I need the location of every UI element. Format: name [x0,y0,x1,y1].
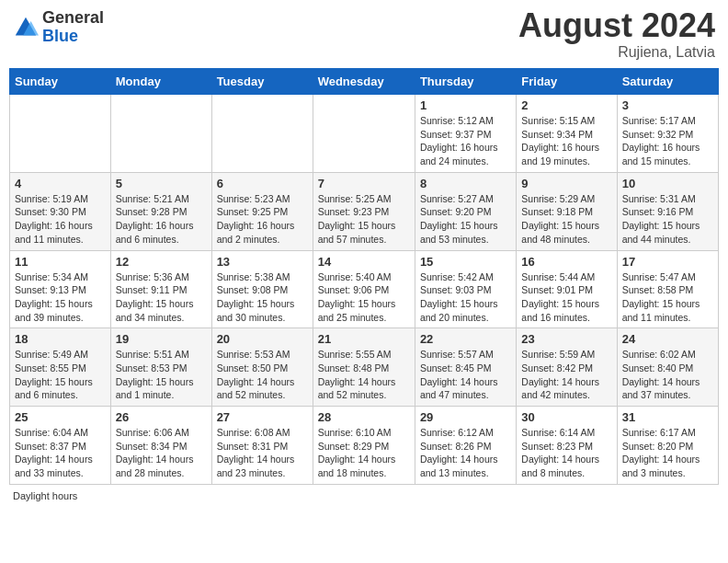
col-header-saturday: Saturday [617,69,718,95]
calendar-cell: 4Sunrise: 5:19 AM Sunset: 9:30 PM Daylig… [10,172,111,250]
day-number: 6 [217,177,308,190]
day-number: 20 [217,332,308,346]
day-number: 27 [217,410,308,424]
calendar-cell [211,95,313,173]
day-info: Sunrise: 6:14 AM Sunset: 8:23 PM Dayligh… [521,426,611,480]
calendar-cell: 22Sunrise: 5:57 AM Sunset: 8:45 PM Dayli… [415,328,516,407]
header-row: SundayMondayTuesdayWednesdayThursdayFrid… [10,69,719,95]
day-number: 19 [116,332,207,346]
calendar-cell: 12Sunrise: 5:36 AM Sunset: 9:11 PM Dayli… [110,250,211,328]
calendar-cell: 16Sunrise: 5:44 AM Sunset: 9:01 PM Dayli… [517,250,617,328]
day-number: 24 [622,332,713,346]
day-number: 2 [521,98,611,112]
day-number: 8 [420,177,511,190]
calendar-cell: 7Sunrise: 5:25 AM Sunset: 9:23 PM Daylig… [313,172,415,250]
day-number: 1 [420,98,511,112]
calendar-cell [110,95,211,173]
day-info: Sunrise: 5:36 AM Sunset: 9:11 PM Dayligh… [116,270,207,325]
day-number: 4 [15,177,106,190]
day-info: Sunrise: 6:06 AM Sunset: 8:34 PM Dayligh… [116,426,207,480]
day-number: 29 [420,410,511,424]
day-info: Sunrise: 5:40 AM Sunset: 9:06 PM Dayligh… [318,270,410,325]
day-number: 16 [521,255,611,269]
calendar-cell: 30Sunrise: 6:14 AM Sunset: 8:23 PM Dayli… [517,407,617,485]
day-number: 26 [116,410,207,424]
day-info: Sunrise: 5:27 AM Sunset: 9:20 PM Dayligh… [420,192,511,247]
day-number: 12 [116,255,207,269]
calendar-cell: 2Sunrise: 5:15 AM Sunset: 9:34 PM Daylig… [517,95,617,173]
col-header-monday: Monday [110,69,211,95]
calendar-week-1: 1Sunrise: 5:12 AM Sunset: 9:37 PM Daylig… [10,95,719,173]
calendar-cell [313,95,415,173]
footer-note: Daylight hours [9,490,719,501]
calendar-cell: 15Sunrise: 5:42 AM Sunset: 9:03 PM Dayli… [415,250,516,328]
day-info: Sunrise: 6:12 AM Sunset: 8:26 PM Dayligh… [420,426,511,480]
day-info: Sunrise: 6:02 AM Sunset: 8:40 PM Dayligh… [622,348,713,402]
day-info: Sunrise: 5:29 AM Sunset: 9:18 PM Dayligh… [521,192,611,247]
col-header-friday: Friday [517,69,617,95]
logo-icon [13,15,39,40]
day-number: 5 [116,177,207,190]
calendar-cell: 8Sunrise: 5:27 AM Sunset: 9:20 PM Daylig… [415,172,516,250]
calendar-cell: 18Sunrise: 5:49 AM Sunset: 8:55 PM Dayli… [10,328,111,407]
day-number: 7 [318,177,410,190]
day-info: Sunrise: 5:25 AM Sunset: 9:23 PM Dayligh… [318,192,410,247]
month-year-title: August 2024 [518,9,715,42]
day-info: Sunrise: 5:44 AM Sunset: 9:01 PM Dayligh… [521,270,611,325]
calendar-cell: 21Sunrise: 5:55 AM Sunset: 8:48 PM Dayli… [313,328,415,407]
day-info: Sunrise: 5:12 AM Sunset: 9:37 PM Dayligh… [420,114,511,168]
day-info: Sunrise: 5:15 AM Sunset: 9:34 PM Dayligh… [521,114,611,168]
day-info: Sunrise: 6:04 AM Sunset: 8:37 PM Dayligh… [15,426,106,480]
day-info: Sunrise: 5:57 AM Sunset: 8:45 PM Dayligh… [420,348,511,402]
day-number: 25 [15,410,106,424]
day-info: Sunrise: 5:49 AM Sunset: 8:55 PM Dayligh… [15,348,106,402]
day-number: 11 [15,255,106,269]
logo-general-text: General [42,8,104,27]
calendar-cell: 26Sunrise: 6:06 AM Sunset: 8:34 PM Dayli… [110,407,211,485]
calendar-cell [10,95,111,173]
calendar-cell: 14Sunrise: 5:40 AM Sunset: 9:06 PM Dayli… [313,250,415,328]
day-number: 10 [622,177,713,190]
day-info: Sunrise: 5:53 AM Sunset: 8:50 PM Dayligh… [217,348,308,402]
calendar-cell: 24Sunrise: 6:02 AM Sunset: 8:40 PM Dayli… [617,328,718,407]
day-number: 28 [318,410,410,424]
calendar-cell: 3Sunrise: 5:17 AM Sunset: 9:32 PM Daylig… [617,95,718,173]
calendar-week-2: 4Sunrise: 5:19 AM Sunset: 9:30 PM Daylig… [10,172,719,250]
calendar-cell: 6Sunrise: 5:23 AM Sunset: 9:25 PM Daylig… [211,172,313,250]
daylight-label: Daylight hours [13,490,77,501]
calendar-cell: 10Sunrise: 5:31 AM Sunset: 9:16 PM Dayli… [617,172,718,250]
day-number: 31 [622,410,713,424]
calendar-cell: 5Sunrise: 5:21 AM Sunset: 9:28 PM Daylig… [110,172,211,250]
logo-blue-text: Blue [42,27,78,45]
day-info: Sunrise: 6:08 AM Sunset: 8:31 PM Dayligh… [217,426,308,480]
day-number: 22 [420,332,511,346]
day-number: 3 [622,98,713,112]
calendar-week-3: 11Sunrise: 5:34 AM Sunset: 9:13 PM Dayli… [10,250,719,328]
day-info: Sunrise: 5:51 AM Sunset: 8:53 PM Dayligh… [116,348,207,402]
day-info: Sunrise: 5:34 AM Sunset: 9:13 PM Dayligh… [15,270,106,325]
calendar-cell: 31Sunrise: 6:17 AM Sunset: 8:20 PM Dayli… [617,407,718,485]
header: General Blue August 2024 Rujiena, Latvia [9,9,719,61]
day-info: Sunrise: 6:17 AM Sunset: 8:20 PM Dayligh… [622,426,713,480]
calendar-cell: 19Sunrise: 5:51 AM Sunset: 8:53 PM Dayli… [110,328,211,407]
day-info: Sunrise: 5:19 AM Sunset: 9:30 PM Dayligh… [15,192,106,247]
calendar-cell: 13Sunrise: 5:38 AM Sunset: 9:08 PM Dayli… [211,250,313,328]
day-number: 18 [15,332,106,346]
calendar-cell: 25Sunrise: 6:04 AM Sunset: 8:37 PM Dayli… [10,407,111,485]
col-header-wednesday: Wednesday [313,69,415,95]
day-info: Sunrise: 5:55 AM Sunset: 8:48 PM Dayligh… [318,348,410,402]
col-header-thursday: Thursday [415,69,516,95]
title-area: August 2024 Rujiena, Latvia [518,9,715,61]
day-info: Sunrise: 5:23 AM Sunset: 9:25 PM Dayligh… [217,192,308,247]
calendar-cell: 17Sunrise: 5:47 AM Sunset: 8:58 PM Dayli… [617,250,718,328]
day-info: Sunrise: 5:59 AM Sunset: 8:42 PM Dayligh… [521,348,611,402]
location-label: Rujiena, Latvia [518,44,715,61]
day-number: 14 [318,255,410,269]
calendar-table: SundayMondayTuesdayWednesdayThursdayFrid… [9,68,719,485]
day-info: Sunrise: 5:21 AM Sunset: 9:28 PM Dayligh… [116,192,207,247]
day-number: 17 [622,255,713,269]
calendar-cell: 27Sunrise: 6:08 AM Sunset: 8:31 PM Dayli… [211,407,313,485]
calendar-cell: 29Sunrise: 6:12 AM Sunset: 8:26 PM Dayli… [415,407,516,485]
day-number: 13 [217,255,308,269]
day-info: Sunrise: 6:10 AM Sunset: 8:29 PM Dayligh… [318,426,410,480]
